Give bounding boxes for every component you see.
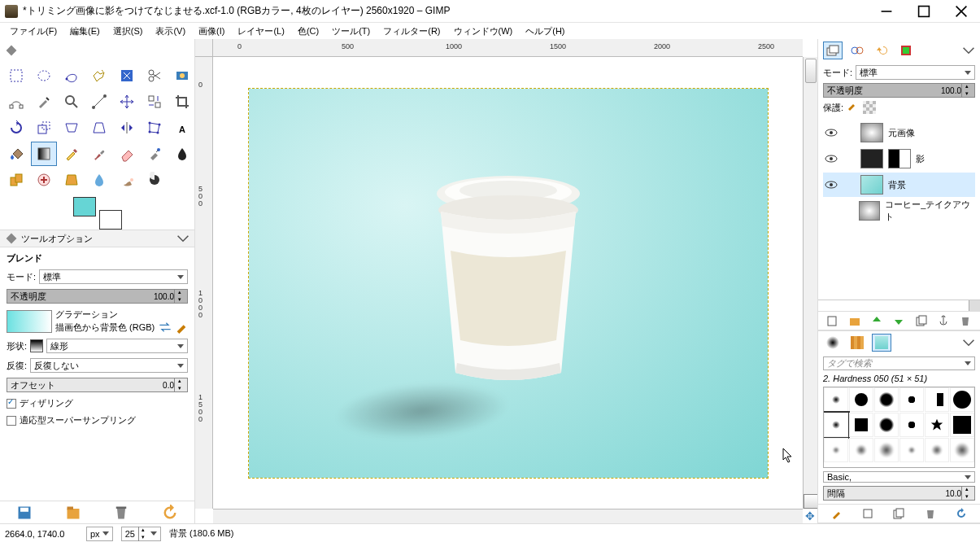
duplicate-brush-icon[interactable] <box>893 508 904 519</box>
tool-perspective[interactable] <box>86 116 112 140</box>
tool-by-color-select[interactable] <box>114 63 140 88</box>
zoom-select[interactable]: 25▴▾ <box>121 527 161 541</box>
vertical-ruler[interactable]: 05 0 01 0 0 01 5 0 0 <box>195 57 213 509</box>
shape-select[interactable]: 線形 <box>46 339 188 353</box>
tool-pencil[interactable] <box>59 142 85 166</box>
layer-thumbnail[interactable] <box>860 175 883 195</box>
brush-cell[interactable] <box>925 438 949 462</box>
gradient-reverse-icon[interactable] <box>159 321 172 334</box>
fg-bg-swatch[interactable] <box>73 197 122 230</box>
layer-row[interactable]: コーヒー_テイクアウト <box>823 199 975 223</box>
tool-zoom[interactable] <box>59 90 85 114</box>
menu-colors[interactable]: 色(C) <box>291 24 325 39</box>
edit-brush-icon[interactable] <box>831 508 843 519</box>
tool-ink[interactable] <box>169 142 195 166</box>
unit-select[interactable]: px <box>86 527 113 541</box>
layers-tab[interactable] <box>823 42 843 59</box>
layer-thumbnail[interactable] <box>859 201 880 221</box>
repeat-select[interactable]: 反復しない <box>30 358 188 373</box>
tool-perspective-clone[interactable] <box>59 168 85 192</box>
tool-rotate[interactable] <box>3 116 29 140</box>
tool-fuzzy-select[interactable] <box>86 63 112 88</box>
brush-cell[interactable] <box>950 387 974 412</box>
tool-scale[interactable] <box>31 116 57 140</box>
dock-menu-icon[interactable] <box>962 336 975 349</box>
layer-row[interactable]: 元画像 <box>823 120 975 145</box>
layer-list-scroll-right[interactable] <box>969 300 980 312</box>
fg-color-swatch[interactable] <box>73 197 96 216</box>
tool-align[interactable] <box>142 90 168 114</box>
horizontal-ruler[interactable]: 05001000150020002500 <box>213 39 803 57</box>
menu-tools[interactable]: ツール(T) <box>325 24 377 39</box>
tool-free-select[interactable] <box>59 63 85 88</box>
menu-view[interactable]: 表示(V) <box>149 24 192 39</box>
tool-rect-select[interactable] <box>3 63 29 88</box>
layer-thumbnail[interactable] <box>860 149 883 168</box>
tool-ellipse-select[interactable] <box>31 63 57 88</box>
inc-button[interactable]: ▴ <box>174 289 184 296</box>
dither-checkbox[interactable] <box>7 399 16 409</box>
tool-dodge-burn[interactable] <box>142 168 168 192</box>
dock-menu-icon[interactable] <box>962 44 975 57</box>
spacing-slider[interactable]: 間隔10.0▴▾ <box>823 486 975 501</box>
new-layer-icon[interactable] <box>827 315 838 326</box>
quickmask-toggle[interactable] <box>804 494 817 509</box>
ruler-corner[interactable] <box>195 39 213 57</box>
tool-cage[interactable] <box>142 116 168 140</box>
eye-icon[interactable] <box>825 178 838 191</box>
new-brush-icon[interactable] <box>862 508 873 519</box>
tool-measure[interactable] <box>86 90 112 114</box>
menu-layer[interactable]: レイヤー(L) <box>231 24 290 39</box>
eye-icon[interactable] <box>825 126 838 139</box>
offset-slider[interactable]: オフセット 0.0▴▾ <box>7 378 188 392</box>
reset-options-icon[interactable] <box>162 505 178 521</box>
gradient-edit-icon[interactable] <box>175 321 188 334</box>
brush-search[interactable]: タグで検索 <box>823 356 975 370</box>
brush-cell[interactable] <box>899 413 924 437</box>
brush-cell[interactable] <box>824 413 848 437</box>
opacity-slider[interactable]: 不透明度 100.0▴▾ <box>7 289 188 304</box>
canvas[interactable] <box>248 88 769 479</box>
brush-cell[interactable] <box>874 413 899 437</box>
bg-color-swatch[interactable] <box>99 210 122 230</box>
layer-mask-thumbnail[interactable] <box>888 149 911 168</box>
brush-cell[interactable] <box>925 387 949 412</box>
mode-select[interactable]: 標準 <box>39 269 188 284</box>
menu-help[interactable]: ヘルプ(H) <box>519 24 571 39</box>
tool-move[interactable] <box>114 90 140 114</box>
refresh-brush-icon[interactable] <box>956 508 967 519</box>
brush-cell[interactable] <box>874 387 899 412</box>
close-button[interactable] <box>943 0 980 23</box>
tool-smudge[interactable] <box>114 168 140 192</box>
tool-eraser[interactable] <box>114 142 140 166</box>
layer-row[interactable]: 背景 <box>823 173 975 197</box>
viewport[interactable] <box>213 57 803 509</box>
anchor-layer-icon[interactable] <box>938 315 949 326</box>
supersample-checkbox[interactable] <box>7 416 16 426</box>
inc-button[interactable]: ▴ <box>961 83 971 90</box>
paths-tab[interactable] <box>896 42 916 59</box>
brush-cell[interactable] <box>950 438 974 462</box>
layer-thumbnail[interactable] <box>860 123 883 142</box>
tool-crop[interactable] <box>169 90 195 114</box>
delete-brush-icon[interactable] <box>925 508 936 519</box>
undo-tab[interactable] <box>872 42 891 59</box>
inc-button[interactable]: ▴ <box>961 486 971 493</box>
delete-options-icon[interactable] <box>113 505 129 521</box>
dec-button[interactable]: ▾ <box>174 385 184 392</box>
brush-grid[interactable] <box>823 387 975 468</box>
tool-airbrush[interactable] <box>142 142 168 166</box>
tool-heal[interactable] <box>31 168 57 192</box>
horizontal-scrollbar[interactable] <box>213 509 803 523</box>
menu-image[interactable]: 画像(I) <box>192 24 231 39</box>
dec-button[interactable]: ▾ <box>961 493 971 501</box>
maximize-button[interactable] <box>905 0 943 23</box>
layer-group-icon[interactable] <box>849 315 860 326</box>
tool-blur-sharpen[interactable] <box>86 168 112 192</box>
brush-cell[interactable] <box>950 413 974 437</box>
minimize-button[interactable] <box>868 0 905 23</box>
tool-text[interactable]: A <box>169 116 195 140</box>
brush-cell[interactable] <box>849 438 873 462</box>
vertical-scrollbar[interactable] <box>803 57 817 509</box>
brushes-tab[interactable] <box>823 334 843 352</box>
